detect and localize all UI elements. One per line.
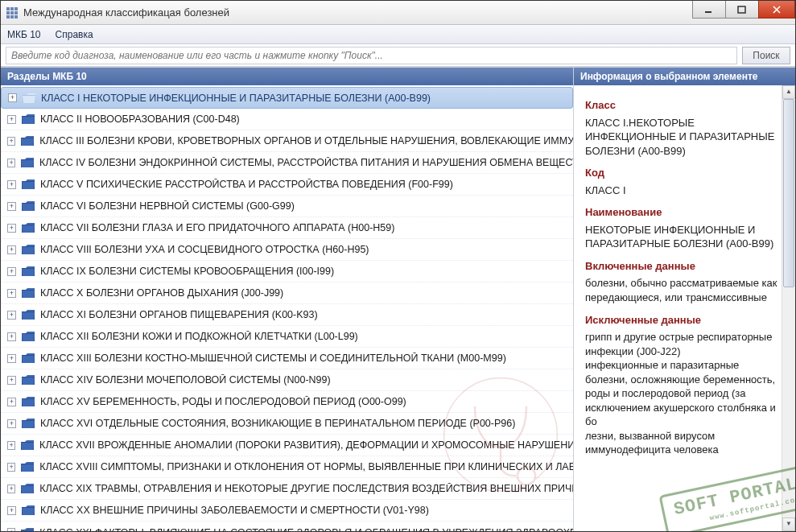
expand-icon[interactable]: +: [7, 267, 16, 276]
tree-row-label: КЛАСС I НЕКОТОРЫЕ ИНФЕКЦИОННЫЕ И ПАРАЗИТ…: [41, 93, 431, 104]
tree-row[interactable]: +КЛАСС XIX ТРАВМЫ, ОТРАВЛЕНИЯ И НЕКОТОРЫ…: [1, 478, 573, 500]
tree-row-label: КЛАСС XI БОЛЕЗНИ ОРГАНОВ ПИЩЕВАРЕНИЯ (K0…: [40, 309, 318, 320]
tree-panel-header: Разделы МКБ 10: [1, 68, 573, 85]
expand-icon[interactable]: +: [7, 159, 15, 167]
folder-icon: [21, 200, 35, 212]
folder-icon: [21, 396, 35, 407]
expand-icon[interactable]: +: [7, 224, 16, 233]
app-icon: [6, 6, 19, 19]
tree-row[interactable]: +КЛАСС VII БОЛЕЗНИ ГЛАЗА И ЕГО ПРИДАТОЧН…: [1, 217, 573, 239]
tree-row[interactable]: +КЛАСС V ПСИХИЧЕСКИЕ РАССТРОЙСТВА И РАСС…: [1, 174, 573, 196]
folder-icon: [21, 244, 35, 255]
scroll-thumb[interactable]: [783, 99, 794, 287]
tree-row[interactable]: +КЛАСС XVII ВРОЖДЕННЫЕ АНОМАЛИИ (ПОРОКИ …: [1, 435, 573, 456]
maximize-button[interactable]: [725, 1, 759, 19]
svg-rect-9: [705, 11, 711, 13]
info-vertical-scrollbar[interactable]: ▲ ▼: [782, 85, 795, 531]
tree-row[interactable]: +КЛАСС I НЕКОТОРЫЕ ИНФЕКЦИОННЫЕ И ПАРАЗИ…: [1, 87, 573, 109]
info-included-heading: Включенные данные: [585, 259, 781, 274]
svg-rect-1: [10, 7, 14, 10]
tree-row[interactable]: +КЛАСС XIV БОЛЕЗНИ МОЧЕПОЛОВОЙ СИСТЕМЫ (…: [1, 369, 573, 391]
folder-icon: [21, 222, 35, 233]
tree-row-label: КЛАСС VII БОЛЕЗНИ ГЛАЗА И ЕГО ПРИДАТОЧНО…: [40, 222, 394, 233]
tree: +КЛАСС I НЕКОТОРЫЕ ИНФЕКЦИОННЫЕ И ПАРАЗИ…: [1, 85, 573, 531]
tree-row[interactable]: +КЛАСС XVIII СИМПТОМЫ, ПРИЗНАКИ И ОТКЛОН…: [1, 456, 573, 478]
minimize-button[interactable]: [692, 1, 726, 19]
tree-scroll[interactable]: +КЛАСС I НЕКОТОРЫЕ ИНФЕКЦИОННЫЕ И ПАРАЗИ…: [1, 85, 573, 531]
svg-rect-0: [6, 7, 10, 10]
info-excluded-value: грипп и другие острые респираторные инфе…: [585, 330, 781, 457]
folder-icon: [21, 113, 35, 125]
tree-row-label: КЛАСС VI БОЛЕЗНИ НЕРВНОЙ СИСТЕМЫ (G00-G9…: [40, 200, 295, 212]
scroll-track[interactable]: [782, 99, 795, 518]
app-window: Международная классификацая болезней МКБ…: [0, 0, 796, 532]
tree-row[interactable]: +КЛАСС XIII БОЛЕЗНИ КОСТНО-МЫШЕЧНОЙ СИСТ…: [1, 348, 573, 369]
tree-row[interactable]: +КЛАСС XX ВНЕШНИЕ ПРИЧИНЫ ЗАБОЛЕВАЕМОСТИ…: [1, 500, 573, 522]
expand-icon[interactable]: +: [7, 311, 16, 320]
content-area: Разделы МКБ 10 +КЛАСС I НЕКОТОРЫЕ ИНФЕКЦ…: [1, 67, 795, 531]
folder-icon: [21, 266, 35, 277]
folder-icon: [21, 418, 35, 429]
tree-row-label: КЛАСС III БОЛЕЗНИ КРОВИ, КРОВЕТВОРНЫХ ОР…: [39, 135, 573, 146]
expand-icon[interactable]: +: [7, 463, 15, 472]
folder-icon: [21, 505, 35, 516]
scroll-down-icon[interactable]: ▼: [782, 518, 795, 531]
tree-row-label: КЛАСС XIV БОЛЕЗНИ МОЧЕПОЛОВОЙ СИСТЕМЫ (N…: [40, 374, 331, 386]
tree-row[interactable]: +КЛАСС XXI ФАКТОРЫ, ВЛИЯЮЩИЕ НА СОСТОЯНИ…: [1, 522, 573, 531]
expand-icon[interactable]: +: [7, 376, 16, 385]
folder-icon: [21, 287, 35, 299]
expand-icon[interactable]: +: [7, 419, 16, 428]
expand-icon[interactable]: +: [7, 485, 15, 493]
tree-row[interactable]: +КЛАСС XI БОЛЕЗНИ ОРГАНОВ ПИЩЕВАРЕНИЯ (K…: [1, 304, 573, 326]
expand-icon[interactable]: +: [7, 202, 16, 211]
search-input[interactable]: [6, 47, 737, 64]
info-scroll[interactable]: Класс КЛАСС I.НЕКОТОРЫЕ ИНФЕКЦИОННЫЕ И П…: [574, 85, 795, 531]
tree-row[interactable]: +КЛАСС XVI ОТДЕЛЬНЫЕ СОСТОЯНИЯ, ВОЗНИКАЮ…: [1, 413, 573, 435]
svg-rect-4: [10, 11, 14, 14]
svg-rect-10: [738, 6, 745, 13]
expand-icon[interactable]: +: [7, 137, 15, 146]
info-class-value: КЛАСС I.НЕКОТОРЫЕ ИНФЕКЦИОННЫЕ И ПАРАЗИТ…: [585, 116, 781, 159]
menu-help[interactable]: Справка: [56, 29, 93, 40]
info-name-heading: Наименование: [585, 205, 781, 220]
folder-icon: [21, 309, 35, 320]
expand-icon[interactable]: +: [7, 289, 16, 298]
tree-row-label: КЛАСС XVII ВРОЖДЕННЫЕ АНОМАЛИИ (ПОРОКИ Р…: [39, 439, 573, 451]
menu-mkb10[interactable]: МКБ 10: [7, 29, 41, 40]
expand-icon[interactable]: +: [7, 441, 15, 450]
folder-icon: [21, 353, 35, 364]
tree-row-label: КЛАСС V ПСИХИЧЕСКИЕ РАССТРОЙСТВА И РАССТ…: [40, 179, 453, 190]
expand-icon[interactable]: +: [7, 528, 15, 531]
scroll-up-icon[interactable]: ▲: [782, 85, 795, 99]
tree-panel: Разделы МКБ 10 +КЛАСС I НЕКОТОРЫЕ ИНФЕКЦ…: [1, 68, 574, 531]
expand-icon[interactable]: +: [7, 354, 16, 363]
folder-icon: [21, 374, 35, 386]
close-button[interactable]: [758, 1, 795, 19]
expand-icon[interactable]: +: [8, 93, 17, 102]
tree-row[interactable]: +КЛАСС IV БОЛЕЗНИ ЭНДОКРИННОЙ СИСТЕМЫ, Р…: [1, 152, 573, 174]
expand-icon[interactable]: +: [7, 332, 16, 341]
expand-icon[interactable]: +: [7, 398, 16, 406]
expand-icon[interactable]: +: [7, 506, 16, 515]
tree-row[interactable]: +КЛАСС VI БОЛЕЗНИ НЕРВНОЙ СИСТЕМЫ (G00-G…: [1, 196, 573, 217]
tree-row[interactable]: +КЛАСС XII БОЛЕЗНИ КОЖИ И ПОДКОЖНОЙ КЛЕТ…: [1, 326, 573, 348]
tree-row[interactable]: +КЛАСС VIII БОЛЕЗНИ УХА И СОСЦЕВИДНОГО О…: [1, 239, 573, 261]
search-button[interactable]: Поиск: [742, 47, 790, 64]
folder-icon: [22, 93, 36, 104]
tree-row-label: КЛАСС XII БОЛЕЗНИ КОЖИ И ПОДКОЖНОЙ КЛЕТЧ…: [40, 331, 358, 342]
tree-row[interactable]: +КЛАСС X БОЛЕЗНИ ОРГАНОВ ДЫХАНИЯ (J00-J9…: [1, 282, 573, 304]
expand-icon[interactable]: +: [7, 180, 16, 189]
titlebar[interactable]: Международная классификацая болезней: [1, 1, 795, 25]
tree-row[interactable]: +КЛАСС IX БОЛЕЗНИ СИСТЕМЫ КРОВООБРАЩЕНИЯ…: [1, 261, 573, 282]
expand-icon[interactable]: +: [7, 245, 16, 254]
tree-row[interactable]: +КЛАСС XV БЕРЕМЕННОСТЬ, РОДЫ И ПОСЛЕРОДО…: [1, 391, 573, 413]
folder-icon: [20, 527, 35, 532]
expand-icon[interactable]: +: [7, 115, 16, 124]
info-panel-header: Информация о выбранном элементе: [574, 68, 795, 85]
tree-row[interactable]: +КЛАСС III БОЛЕЗНИ КРОВИ, КРОВЕТВОРНЫХ О…: [1, 130, 573, 152]
tree-row-label: КЛАСС II НОВООБРАЗОВАНИЯ (C00-D48): [40, 113, 240, 125]
folder-icon: [20, 135, 35, 146]
info-excluded-heading: Исключенные данные: [585, 313, 781, 328]
tree-row[interactable]: +КЛАСС II НОВООБРАЗОВАНИЯ (C00-D48): [1, 109, 573, 130]
tree-row-label: КЛАСС IV БОЛЕЗНИ ЭНДОКРИННОЙ СИСТЕМЫ, РА…: [39, 157, 573, 168]
